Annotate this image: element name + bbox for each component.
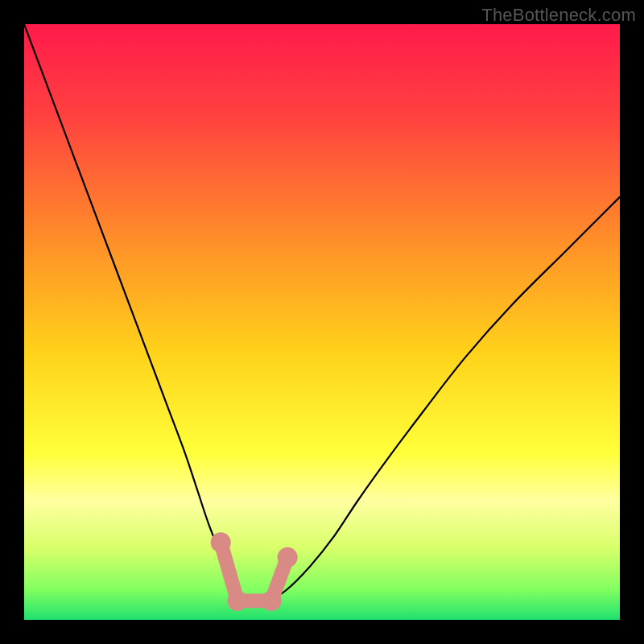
chart-frame: TheBottleneck.com bbox=[0, 0, 644, 644]
valley-marker-cap bbox=[227, 591, 247, 611]
plot-area bbox=[24, 24, 620, 620]
valley-marker-cap bbox=[278, 547, 298, 568]
gradient-background bbox=[24, 24, 620, 620]
bottleneck-curve-chart bbox=[24, 24, 620, 620]
valley-marker-cap bbox=[211, 532, 231, 552]
valley-marker-cap bbox=[262, 591, 282, 611]
watermark-text: TheBottleneck.com bbox=[481, 5, 636, 26]
